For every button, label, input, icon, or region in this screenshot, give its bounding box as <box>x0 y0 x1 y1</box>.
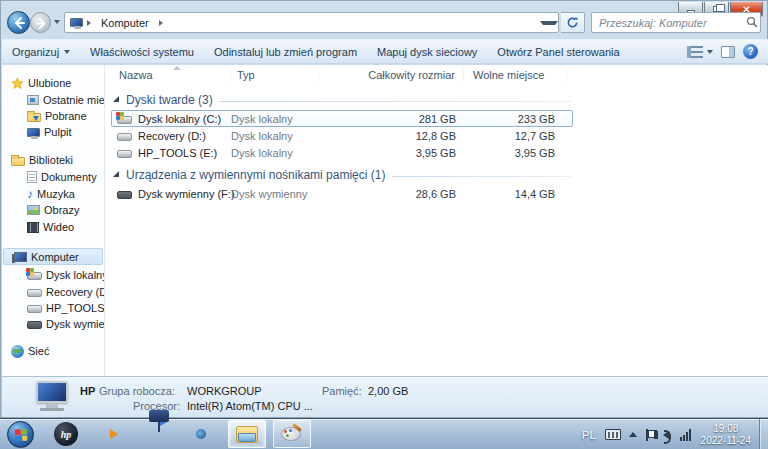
memory-label: Pamięć: <box>322 385 362 397</box>
item-free-space: 14,4 GB <box>464 188 567 200</box>
computer-icon <box>70 18 83 27</box>
show-desktop-button[interactable] <box>759 419 768 449</box>
table-row-dysk-c[interactable]: Dysk lokalny (C:) Dysk lokalny 281 GB 23… <box>113 110 575 127</box>
group-label: Urządzenia z wymiennymi nośnikami pamięc… <box>126 168 385 182</box>
forward-button[interactable] <box>30 12 51 33</box>
taskbar-firefox-button[interactable] <box>189 422 215 448</box>
sidebar-item-dysk-c[interactable]: Dysk lokalny (C: <box>2 267 104 283</box>
language-indicator[interactable]: PL <box>582 429 595 441</box>
sidebar-item-obrazy[interactable]: Obrazy <box>2 202 104 218</box>
windows-flag-icon <box>15 429 28 442</box>
volume-icon[interactable] <box>663 431 669 439</box>
uninstall-program-button[interactable]: Odinstaluj lub zmień program <box>204 41 367 62</box>
item-type: Dysk lokalny <box>231 113 319 125</box>
desktop-icon <box>27 128 40 137</box>
sidebar-item-dokumenty[interactable]: Dokumenty <box>2 169 104 185</box>
collapse-triangle-icon[interactable] <box>113 96 119 102</box>
sidebar-group-label: Ulubione <box>28 77 71 89</box>
taskbar-hp-button[interactable]: hp <box>54 422 80 448</box>
sidebar-item-recovery-d[interactable]: Recovery (D:) <box>2 284 104 300</box>
system-tray: PL 19:08 2022-11-24 <box>577 419 768 449</box>
sidebar-item-muzyka[interactable]: ♪ Muzyka <box>2 186 104 202</box>
sidebar-group-label: Sieć <box>28 345 49 357</box>
item-free-space: 233 GB <box>464 113 567 125</box>
sidebar-item-wideo[interactable]: Wideo <box>2 219 104 235</box>
system-properties-button[interactable]: Właściwości systemu <box>80 41 204 62</box>
command-toolbar: Organizuj Właściwości systemu Odinstaluj… <box>2 39 768 64</box>
breadcrumb-komputer[interactable]: Komputer <box>95 13 155 32</box>
item-name: Recovery (D:) <box>138 130 206 142</box>
table-row-hp-tools-e[interactable]: HP_TOOLS (E:) Dysk lokalny 3,95 GB 3,95 … <box>113 144 575 161</box>
column-header-rozmiar[interactable]: Całkowity rozmiar <box>319 69 464 81</box>
taskbar-media-player-button[interactable] <box>101 422 127 448</box>
sidebar-group-label: Biblioteki <box>29 154 73 166</box>
sidebar-group-siec[interactable]: Sieć <box>2 343 104 359</box>
sidebar-item-label: Dokumenty <box>41 171 97 183</box>
taskbar: hp PL 19:08 2022-11-24 <box>0 418 768 449</box>
column-header-typ[interactable]: Typ <box>231 69 319 81</box>
search-icon[interactable] <box>746 16 763 30</box>
search-input[interactable] <box>592 17 746 29</box>
paint-icon <box>281 425 303 443</box>
change-view-button[interactable] <box>687 46 713 58</box>
sidebar-item-dysk-wymienny[interactable]: Dysk wymienny <box>2 316 104 332</box>
sidebar-item-label: Dysk wymienny <box>46 318 104 330</box>
back-button[interactable] <box>7 11 30 34</box>
organize-button[interactable]: Organizuj <box>2 41 80 62</box>
taskbar-hp-app-button[interactable] <box>148 422 174 448</box>
item-type: Dysk lokalny <box>231 147 319 159</box>
map-network-drive-label: Mapuj dysk sieciowy <box>377 46 477 58</box>
navigation-bar: Komputer <box>1 11 768 35</box>
column-header-wolne[interactable]: Wolne miejsce <box>464 69 567 81</box>
chevron-down-icon <box>707 50 713 54</box>
clock-date: 2022-11-24 <box>701 435 751 447</box>
map-network-drive-button[interactable]: Mapuj dysk sieciowy <box>367 41 487 62</box>
collapse-triangle-icon[interactable] <box>113 171 119 177</box>
desktop-screen: ✕ Komputer <box>0 0 768 449</box>
sidebar-item-label: Recovery (D:) <box>46 286 104 298</box>
sidebar-group-komputer[interactable]: Komputer <box>2 249 104 265</box>
address-dropdown[interactable] <box>540 21 558 25</box>
group-header-dyski-twarde[interactable]: Dyski twarde (3) <box>113 93 571 107</box>
pictures-icon <box>27 205 40 215</box>
hidden-icons-button[interactable] <box>629 432 637 437</box>
drive-icon <box>27 305 42 313</box>
explorer-icon <box>236 426 258 443</box>
preview-pane-button[interactable] <box>721 46 735 58</box>
column-header-nazwa[interactable]: Nazwa <box>113 69 231 81</box>
sidebar-item-ostatnie-miejsca[interactable]: Ostatnie miejsca <box>2 92 104 108</box>
sidebar-item-hp-tools-e[interactable]: HP_TOOLS (E:) <box>2 300 104 316</box>
computer-icon <box>14 252 27 262</box>
group-header-urzadzenia-wymienne[interactable]: Urządzenia z wymiennymi nośnikami pamięc… <box>113 168 571 182</box>
sidebar-item-label: Pulpit <box>44 126 72 138</box>
table-row-recovery-d[interactable]: Recovery (D:) Dysk lokalny 12,8 GB 12,7 … <box>113 127 575 144</box>
sidebar-item-pulpit[interactable]: Pulpit <box>2 124 104 140</box>
address-bar[interactable]: Komputer <box>64 12 559 33</box>
system-properties-label: Właściwości systemu <box>90 46 194 58</box>
column-label: Wolne miejsce <box>473 69 544 81</box>
sidebar-group-biblioteki[interactable]: Biblioteki <box>2 152 104 168</box>
taskbar-explorer-button[interactable] <box>228 420 266 448</box>
open-control-panel-button[interactable]: Otwórz Panel sterowania <box>487 41 629 62</box>
start-button[interactable] <box>7 421 34 448</box>
keyboard-icon[interactable] <box>605 429 621 440</box>
item-total-size: 12,8 GB <box>319 130 464 142</box>
chevron-down-icon <box>64 50 70 54</box>
views-icon <box>687 46 703 58</box>
drive-icon <box>117 150 132 158</box>
taskbar-paint-button[interactable] <box>273 420 311 448</box>
drive-icon <box>117 133 132 141</box>
recent-pages-dropdown[interactable] <box>54 20 60 24</box>
network-signal-icon[interactable] <box>680 429 691 441</box>
sidebar-item-pobrane[interactable]: Pobrane <box>2 108 104 124</box>
table-row-dysk-wymienny-f[interactable]: Dysk wymienny (F:) Dysk wymienny 28,6 GB… <box>113 185 575 202</box>
column-label: Całkowity rozmiar <box>368 69 455 81</box>
sidebar-group-ulubione[interactable]: Ulubione <box>2 75 104 91</box>
memory-value: 2,00 GB <box>368 385 408 397</box>
refresh-button[interactable] <box>561 12 585 33</box>
workgroup-value: WORKGROUP <box>187 385 262 397</box>
item-free-space: 12,7 GB <box>464 130 567 142</box>
taskbar-clock[interactable]: 19:08 2022-11-24 <box>701 423 751 447</box>
help-button[interactable]: ? <box>743 44 758 59</box>
explorer-window: ✕ Komputer <box>0 0 768 418</box>
